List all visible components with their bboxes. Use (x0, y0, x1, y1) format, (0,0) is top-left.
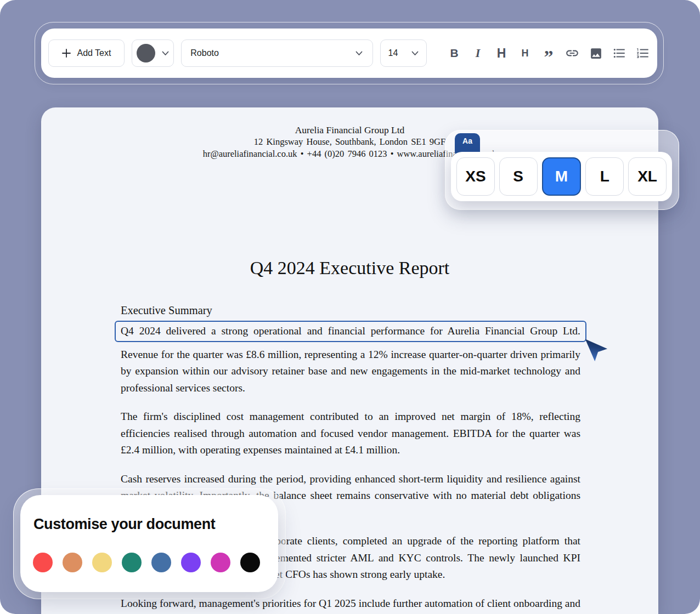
section-heading[interactable]: Executive Summary (121, 303, 580, 317)
swatch-orange[interactable] (63, 553, 82, 572)
font-family-value: Roboto (190, 48, 219, 58)
colour-swatch-row (33, 553, 260, 572)
link-icon[interactable] (565, 46, 579, 61)
customise-popup: Customise your document (20, 495, 278, 592)
swatch-yellow[interactable] (92, 553, 112, 572)
selected-text-line[interactable]: Q4 2024 delivered a strong operational a… (115, 321, 586, 342)
italic-icon[interactable]: I (471, 46, 485, 61)
heading-1-icon[interactable]: H (494, 46, 509, 61)
font-size-value: 14 (388, 48, 398, 58)
size-option-xl[interactable]: XL (628, 157, 667, 196)
bold-icon[interactable]: B (447, 46, 461, 61)
bullet-list-icon[interactable] (612, 46, 626, 61)
swatch-teal[interactable] (122, 553, 142, 572)
swatch-black[interactable] (240, 553, 260, 572)
size-option-s[interactable]: S (499, 157, 538, 196)
chevron-down-icon (355, 51, 363, 56)
add-text-label: Add Text (77, 48, 111, 58)
font-family-select[interactable]: Roboto (181, 39, 372, 67)
size-option-xs[interactable]: XS (456, 157, 495, 196)
editor-screen: Add Text Roboto 14 B I H H ” (0, 0, 700, 614)
size-option-l[interactable]: L (585, 157, 624, 196)
mouse-pointer-icon (579, 333, 608, 364)
add-text-button[interactable]: Add Text (48, 39, 125, 67)
current-color-swatch (137, 44, 155, 62)
customise-title: Customise your document (33, 516, 215, 533)
text-color-dropdown[interactable] (132, 39, 174, 67)
font-size-select[interactable]: 14 (380, 39, 427, 67)
plus-icon (61, 48, 71, 58)
formatting-toolbar: Add Text Roboto 14 B I H H ” (41, 29, 657, 78)
format-buttons: B I H H ” (447, 42, 650, 65)
paragraph[interactable]: Revenue for the quarter was £8.6 million… (121, 346, 580, 397)
swatch-red[interactable] (33, 553, 53, 572)
size-option-m[interactable]: M (542, 157, 582, 196)
swatch-magenta[interactable] (211, 553, 230, 572)
heading-2-icon[interactable]: H (518, 46, 532, 61)
blockquote-icon[interactable]: ” (541, 42, 556, 65)
swatch-purple[interactable] (181, 553, 201, 572)
chevron-down-icon (162, 51, 169, 56)
numbered-list-icon[interactable] (636, 46, 650, 61)
insert-image-icon[interactable] (589, 46, 603, 61)
chevron-down-icon (411, 51, 419, 56)
size-options-panel: XS S M L XL (451, 152, 672, 201)
document-title[interactable]: Q4 2024 Executive Report (41, 257, 658, 279)
swatch-blue[interactable] (151, 553, 171, 572)
paragraph[interactable]: The firm's disciplined cost management c… (121, 408, 580, 459)
